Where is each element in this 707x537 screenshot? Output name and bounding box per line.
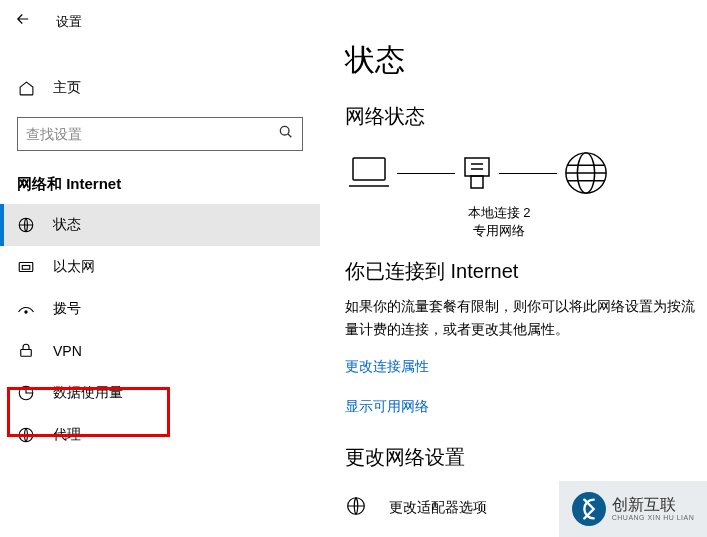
- sidebar-item-status[interactable]: 状态: [0, 204, 320, 246]
- svg-rect-9: [465, 158, 489, 176]
- watermark: 创新互联 CHUANG XIN HU LIAN: [559, 481, 707, 537]
- svg-rect-3: [22, 266, 30, 270]
- diagram-caption: 本地连接 2 专用网络: [419, 204, 579, 240]
- adapter-globe-icon: [345, 495, 367, 520]
- svg-point-0: [280, 126, 289, 135]
- adapter-options-label: 更改适配器选项: [389, 499, 487, 517]
- change-settings-title: 更改网络设置: [345, 444, 707, 471]
- sidebar-item-proxy[interactable]: 代理: [0, 414, 320, 456]
- page-title: 状态: [345, 40, 707, 81]
- settings-label: 设置: [56, 13, 82, 31]
- connection-name: 本地连接 2: [419, 204, 579, 222]
- network-status-heading: 网络状态: [345, 103, 707, 130]
- svg-rect-2: [19, 263, 33, 272]
- search-box[interactable]: [17, 117, 303, 151]
- svg-rect-10: [471, 176, 483, 188]
- search-input[interactable]: [26, 126, 266, 142]
- change-props-link[interactable]: 更改连接属性: [345, 358, 707, 376]
- sidebar-item-label: VPN: [53, 343, 82, 359]
- sidebar-item-label: 状态: [53, 216, 81, 234]
- svg-point-4: [25, 311, 27, 313]
- laptop-icon: [347, 154, 391, 192]
- status-icon: [17, 216, 35, 234]
- watermark-main: 创新互联: [612, 495, 695, 514]
- home-label: 主页: [53, 79, 81, 97]
- connected-title: 你已连接到 Internet: [345, 258, 707, 285]
- home-nav[interactable]: 主页: [0, 67, 320, 109]
- connection-line: [397, 173, 455, 174]
- router-icon: [461, 154, 493, 192]
- sidebar-item-label: 代理: [53, 426, 81, 444]
- section-title: 网络和 Internet: [0, 159, 320, 204]
- globe-icon: [563, 150, 609, 196]
- ethernet-icon: [17, 258, 35, 276]
- home-icon: [17, 79, 35, 97]
- sidebar-item-label: 数据使用量: [53, 384, 123, 402]
- search-icon: [278, 124, 294, 144]
- connection-line: [499, 173, 557, 174]
- sidebar-item-ethernet[interactable]: 以太网: [0, 246, 320, 288]
- svg-rect-5: [21, 350, 32, 357]
- sidebar-item-data-usage[interactable]: 数据使用量: [0, 372, 320, 414]
- sidebar-item-label: 拨号: [53, 300, 81, 318]
- watermark-logo-icon: [572, 492, 606, 526]
- sidebar-item-vpn[interactable]: VPN: [0, 330, 320, 372]
- data-usage-icon: [17, 384, 35, 402]
- proxy-icon: [17, 426, 35, 444]
- back-icon[interactable]: [14, 10, 32, 33]
- show-networks-link[interactable]: 显示可用网络: [345, 398, 707, 416]
- network-diagram: [345, 150, 707, 196]
- vpn-icon: [17, 342, 35, 360]
- network-type: 专用网络: [419, 222, 579, 240]
- connected-desc: 如果你的流量套餐有限制，则你可以将此网络设置为按流量计费的连接，或者更改其他属性…: [345, 295, 707, 340]
- sidebar-item-label: 以太网: [53, 258, 95, 276]
- dialup-icon: [17, 300, 35, 318]
- sidebar-item-dialup[interactable]: 拨号: [0, 288, 320, 330]
- svg-rect-8: [353, 158, 385, 180]
- watermark-sub: CHUANG XIN HU LIAN: [612, 514, 695, 522]
